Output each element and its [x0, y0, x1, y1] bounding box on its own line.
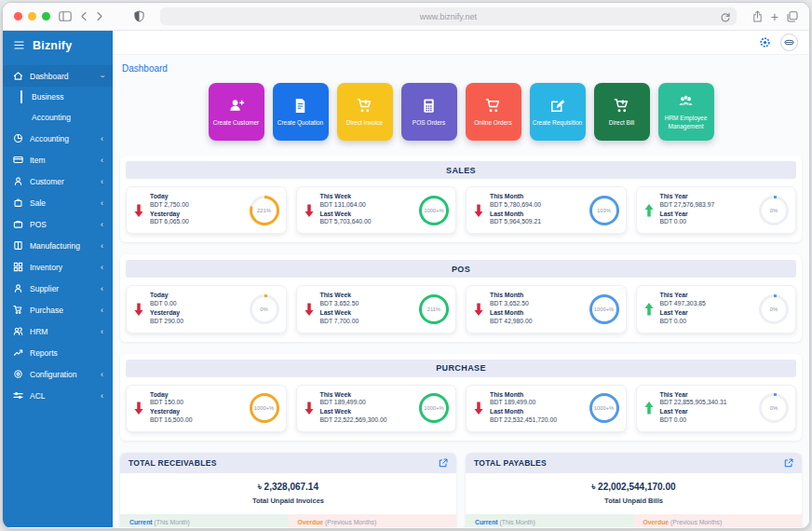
settings-gear-icon[interactable] [759, 36, 771, 48]
sidebar-item-label: Supplier [30, 284, 59, 293]
chevron-left-icon: ‹ [101, 220, 103, 229]
brand-logo[interactable]: Biznify [33, 39, 72, 52]
forward-icon[interactable] [96, 11, 103, 21]
sidebar-item-hrm[interactable]: HRM ‹ [3, 320, 113, 342]
quick-action-label: HRM Employee Management [658, 115, 714, 131]
breadcrumb[interactable]: Dashboard [113, 55, 809, 76]
percent-ring: 211% [419, 294, 449, 324]
percent-ring: 0% [759, 393, 789, 423]
sidebar-item-pos[interactable]: POS ‹ [3, 213, 113, 235]
sidebar-item-label: Item [30, 156, 46, 165]
pos-today-card: Today BDT 0.00 Yesterday BDT 290.00 0% [126, 285, 287, 333]
section-title: POS [126, 260, 796, 278]
refresh-icon[interactable] [720, 10, 731, 27]
sidebar-item-purchase[interactable]: Purchase ‹ [3, 299, 113, 320]
users-icon [677, 92, 695, 111]
window-controls[interactable] [14, 12, 50, 20]
sidebar-item-label: Purchase [30, 306, 63, 315]
sidebar-subitem-accounting[interactable]: Accounting [3, 107, 113, 128]
sidebar-item-configuration[interactable]: Configuration ‹ [3, 363, 113, 385]
new-tab-icon[interactable]: + [771, 10, 778, 23]
stat-value: BDT 5,964,509.21 [490, 218, 584, 226]
sidebar-item-accounting[interactable]: Accounting ‹ [3, 128, 113, 149]
app-topbar [113, 31, 809, 55]
purchase-year-card: This Year BDT 22,855,905,340.31 Last Yea… [636, 385, 797, 432]
purchase-section: PURCHASE Today BDT 150.00 Yesterday BDT … [120, 354, 802, 441]
address-bar[interactable]: www.biznify.net [160, 7, 737, 25]
current-column: Current(This Month) [466, 514, 634, 527]
cart-icon [484, 97, 502, 116]
chevron-left-icon: ‹ [101, 370, 103, 379]
hamburger-menu-icon[interactable] [13, 40, 24, 51]
stat-period-label: This Week [320, 292, 414, 300]
sidebar-item-label: Manufacturing [30, 241, 80, 251]
sidebar-item-label: Customer [30, 177, 64, 186]
create-customer-button[interactable]: Create Customer [209, 83, 264, 141]
stat-value: BDT 497,303.85 [660, 300, 754, 308]
stat-value: BDT 22,855,905,340.31 [660, 399, 754, 407]
direct-invoice-button[interactable]: Direct Invoice [337, 83, 393, 141]
sidebar-item-item[interactable]: Item ‹ [3, 149, 113, 170]
cart-plus-icon [613, 97, 630, 116]
close-window-button[interactable] [14, 12, 22, 20]
avatar[interactable] [780, 34, 798, 51]
stat-period-label: This Year [660, 193, 754, 201]
create-quotation-button[interactable]: Create Quotation [273, 83, 329, 141]
stat-period-label: Last Year [660, 309, 754, 318]
home-icon [12, 71, 23, 82]
stat-period-label: Yesterday [150, 211, 244, 219]
privacy-shield-icon[interactable] [134, 10, 144, 22]
online-orders-button[interactable]: Online Orders [466, 83, 521, 141]
document-icon [291, 97, 309, 116]
chevron-left-icon: ‹ [101, 306, 103, 315]
sidebar-item-dashboard[interactable]: Dashboard ‹ [3, 65, 113, 87]
sidebar-subitem-business[interactable]: Business [3, 87, 113, 107]
pos-section: POS Today BDT 0.00 Yesterday BDT 290.00 … [120, 254, 802, 341]
external-link-icon[interactable] [439, 458, 448, 468]
quick-action-label: Create Customer [210, 119, 263, 128]
stat-period-label: This Year [660, 391, 754, 400]
sidebar-subitem-label: Business [32, 92, 64, 102]
quick-action-label: Create Requisition [530, 119, 585, 128]
zoom-window-button[interactable] [42, 12, 50, 20]
back-icon[interactable] [80, 11, 88, 21]
sidebar-item-inventory[interactable]: Inventory ‹ [3, 256, 113, 278]
stat-value: BDT 7,700.00 [320, 318, 414, 326]
dashboard-content: Create Customer Create Quotation Direct … [113, 76, 809, 527]
pos-orders-button[interactable]: POS Orders [401, 83, 457, 141]
book-icon [12, 240, 23, 252]
stat-value: BDT 3,652.50 [320, 300, 414, 308]
trend-down-icon [133, 203, 144, 218]
cart-icon [12, 305, 23, 316]
stat-period-label: Last Year [660, 408, 754, 416]
sidebar-item-supplier[interactable]: Supplier ‹ [3, 278, 113, 299]
stat-value: BDT 0.00 [660, 318, 754, 326]
chevron-down-icon: ‹ [98, 75, 107, 77]
stat-value: BDT 3,652.50 [490, 300, 584, 308]
tab-overview-icon[interactable] [787, 11, 798, 22]
chevron-left-icon: ‹ [101, 263, 103, 272]
sidebar-item-label: ACL [30, 391, 46, 401]
sidebar-item-label: Configuration [30, 370, 77, 379]
sidebar-item-sale[interactable]: Sale ‹ [3, 192, 113, 213]
percent-ring: 0% [759, 196, 789, 225]
browser-sidebar-toggle-icon[interactable] [59, 11, 72, 21]
sidebar-item-acl[interactable]: ACL ‹ [3, 385, 113, 406]
sidebar-item-reports[interactable]: Reports [3, 342, 113, 363]
cart-plus-icon [356, 97, 373, 116]
share-icon[interactable] [752, 10, 763, 22]
create-requisition-button[interactable]: Create Requisition [530, 83, 586, 141]
trend-down-icon [304, 302, 315, 317]
trend-down-icon [304, 203, 315, 218]
stat-period-label: Today [150, 292, 244, 300]
external-link-icon[interactable] [784, 458, 793, 468]
stat-value: BDT 5,703,640.00 [320, 218, 414, 226]
sidebar-item-manufacturing[interactable]: Manufacturing ‹ [3, 235, 113, 256]
stat-period-label: Last Week [320, 309, 414, 318]
sidebar-item-customer[interactable]: Customer ‹ [3, 170, 113, 192]
hrm-employee-management-button[interactable]: HRM Employee Management [658, 83, 714, 141]
sliders-icon [12, 390, 23, 402]
minimize-window-button[interactable] [28, 12, 36, 20]
sidebar-item-label: HRM [30, 327, 47, 336]
direct-bill-button[interactable]: Direct Bill [594, 83, 650, 141]
